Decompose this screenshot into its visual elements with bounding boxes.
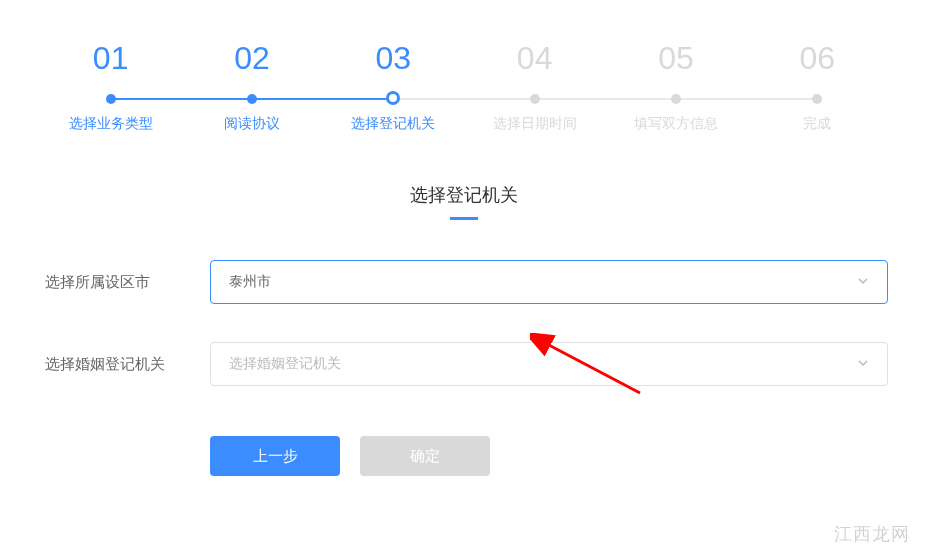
step-number: 03	[376, 40, 412, 77]
agency-label: 选择婚姻登记机关	[40, 355, 210, 374]
step-number: 06	[800, 40, 836, 77]
city-row: 选择所属设区市 泰州市	[40, 260, 888, 304]
step-label: 选择日期时间	[493, 115, 577, 133]
chevron-down-icon	[857, 275, 869, 290]
button-row: 上一步 确定	[210, 436, 888, 476]
watermark: 江西龙网	[834, 522, 910, 546]
step-3: 03 选择登记机关	[323, 40, 464, 133]
step-4: 04 选择日期时间	[464, 40, 605, 133]
agency-placeholder: 选择婚姻登记机关	[229, 355, 341, 373]
step-5: 05 填写双方信息	[605, 40, 746, 133]
step-number: 04	[517, 40, 553, 77]
step-label: 选择业务类型	[69, 115, 153, 133]
step-number: 05	[658, 40, 694, 77]
step-dot	[530, 94, 540, 104]
step-number: 02	[234, 40, 270, 77]
stepper: 01 选择业务类型 02 阅读协议 03 选择登记机关 04 选择日期时间 05…	[0, 0, 928, 133]
step-label: 完成	[803, 115, 831, 133]
step-label: 阅读协议	[224, 115, 280, 133]
step-dot	[106, 94, 116, 104]
confirm-button[interactable]: 确定	[360, 436, 490, 476]
step-dot	[812, 94, 822, 104]
step-dot	[247, 94, 257, 104]
prev-button[interactable]: 上一步	[210, 436, 340, 476]
section-title: 选择登记机关	[40, 183, 888, 207]
city-label: 选择所属设区市	[40, 273, 210, 292]
step-label: 选择登记机关	[351, 115, 435, 133]
content-area: 选择登记机关 选择所属设区市 泰州市 选择婚姻登记机关 选择婚姻登记机关 上一步…	[0, 133, 928, 476]
step-2: 02 阅读协议	[181, 40, 322, 133]
chevron-down-icon	[857, 357, 869, 372]
step-number: 01	[93, 40, 129, 77]
city-select[interactable]: 泰州市	[210, 260, 888, 304]
step-dot	[671, 94, 681, 104]
agency-row: 选择婚姻登记机关 选择婚姻登记机关	[40, 342, 888, 386]
city-value: 泰州市	[229, 273, 271, 291]
agency-select[interactable]: 选择婚姻登记机关	[210, 342, 888, 386]
step-1: 01 选择业务类型	[40, 40, 181, 133]
step-6: 06 完成	[747, 40, 888, 133]
section-underline	[450, 217, 478, 220]
step-label: 填写双方信息	[634, 115, 718, 133]
step-dot	[386, 91, 400, 105]
